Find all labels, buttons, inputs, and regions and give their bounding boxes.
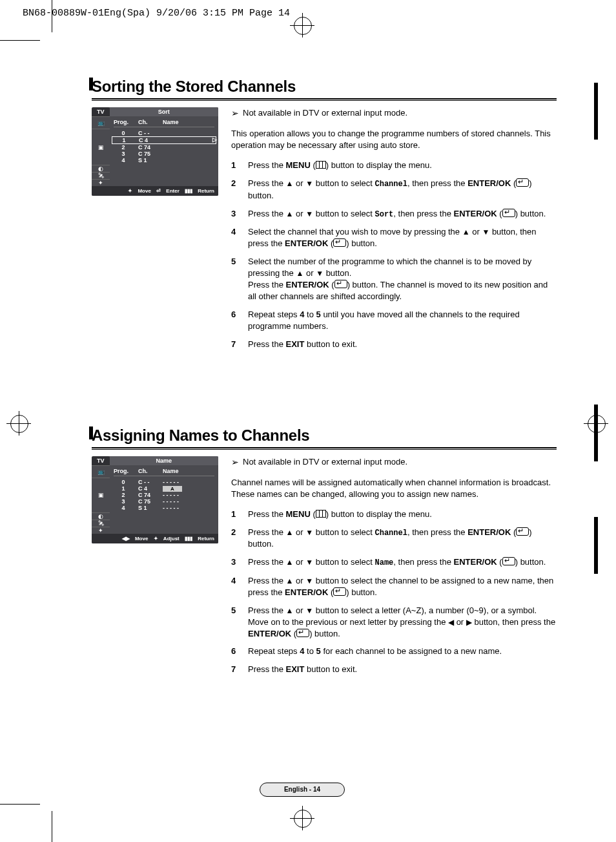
edge-mark-icon [594, 83, 598, 140]
registration-mark-icon [294, 17, 312, 35]
registration-mark-icon [10, 415, 28, 433]
steps-list: 1Press the MENU () button to display the… [231, 509, 557, 676]
osd-row: 0C - - [114, 130, 214, 136]
osd-sound-icon: ◐ [92, 165, 110, 172]
section-title: Assigning Names to Channels [92, 426, 557, 445]
section-title: Sorting the Stored Channels [92, 78, 557, 96]
osd-picture-icon: ▣ [92, 478, 110, 512]
osd-headers: Prog. Ch. Name [114, 467, 214, 476]
step: 2Press the ▲ or ▼ button to select Chann… [231, 178, 557, 201]
osd-tab: TV [92, 456, 110, 465]
divider [92, 98, 557, 101]
osd-screenshot: TV Name 📺 Prog. Ch. Name [92, 456, 218, 682]
step: 4Select the channel that you wish to mov… [231, 226, 557, 249]
divider [92, 447, 557, 450]
intro-text: Channel names will be assigned automatic… [231, 477, 557, 500]
intro-text: This operation allows you to change the … [231, 128, 557, 151]
osd-input-icon: 📺 [92, 116, 110, 129]
osd-row: 4S 1 [114, 157, 214, 163]
enter-icon [334, 280, 347, 288]
step: 6Repeat steps 4 to 5 for each channel to… [231, 646, 557, 657]
menu-icon [316, 510, 326, 518]
osd-title: Name [110, 456, 218, 465]
osd-row: 3C 75- - - - - [114, 498, 214, 505]
osd-row: 3C 75 [114, 151, 214, 157]
step: 4Press the ▲ or ▼ button to select the c… [231, 575, 557, 598]
enter-icon [333, 238, 346, 247]
step: 6Repeat steps 4 to 5 until you have move… [231, 309, 557, 332]
osd-sound-icon: ◐ [92, 512, 110, 520]
title-accent-icon [89, 78, 93, 90]
menu-icon [316, 161, 326, 169]
enter-icon [516, 527, 529, 536]
step: 1Press the MENU () button to display the… [231, 509, 557, 520]
osd-row: 0C - -- - - - - [114, 479, 214, 485]
enter-icon [502, 209, 515, 217]
step: 2Press the ▲ or ▼ button to select Chann… [231, 527, 557, 550]
chevron-right-icon: ➢ [231, 456, 239, 468]
enter-icon [296, 629, 309, 637]
osd-headers: Prog. Ch. Name [114, 118, 214, 127]
osd-row: 1C 4A [114, 485, 214, 492]
step: 3Press the ▲ or ▼ button to select Name,… [231, 556, 557, 569]
step: 1Press the MENU () button to display the… [231, 160, 557, 171]
osd-channel-icon: 🛰 [92, 172, 110, 179]
osd-picture-icon: ▣ [92, 129, 110, 165]
steps-list: 1Press the MENU () button to display the… [231, 160, 557, 350]
step: 7Press the EXIT button to exit. [231, 664, 557, 675]
osd-footer: ◀▶ Move ✦ Adjust ▮▮▮ Return [92, 534, 218, 543]
crop-mark-icon [52, 811, 52, 842]
step: 5Select the number of the programme to w… [231, 256, 557, 302]
crop-mark-icon [0, 804, 40, 805]
enter-icon [502, 557, 515, 565]
osd-footer: ✦ Move ⏎ Enter ▮▮▮ Return [92, 186, 218, 196]
osd-channel-icon: 🛰 [92, 520, 110, 527]
osd-title: Sort [110, 107, 218, 116]
osd-tab: TV [92, 107, 110, 116]
osd-setup-icon: ✦ [92, 527, 110, 534]
step: 7Press the EXIT button to exit. [231, 339, 557, 350]
osd-row: 1C 4 [112, 136, 216, 144]
osd-row: 4S 1- - - - - [114, 505, 214, 511]
note: ➢Not available in DTV or external input … [231, 456, 557, 468]
crop-mark-icon [0, 40, 40, 41]
print-header: BN68-00889W-01Eng(Spa) 9/20/06 3:15 PM P… [23, 8, 290, 19]
page-footer: English - 14 [260, 783, 345, 797]
osd-screenshot: TV Sort 📺 Prog. Ch. Name [92, 107, 218, 357]
registration-mark-icon [294, 810, 312, 828]
osd-input-icon: 📺 [92, 465, 110, 478]
osd-setup-icon: ✦ [92, 179, 110, 186]
osd-row: 2C 74- - - - - [114, 492, 214, 498]
enter-icon [516, 178, 529, 187]
edge-mark-icon [594, 517, 598, 574]
osd-row: 2C 74 [114, 144, 214, 151]
title-accent-icon [89, 426, 93, 439]
step: 5Press the ▲ or ▼ button to select a let… [231, 605, 557, 640]
chevron-right-icon: ➢ [231, 107, 239, 120]
enter-icon [333, 587, 346, 596]
step: 3Press the ▲ or ▼ button to select Sort,… [231, 208, 557, 220]
note: ➢Not available in DTV or external input … [231, 107, 557, 120]
edge-mark-icon [594, 405, 598, 461]
crop-mark-icon [52, 0, 52, 32]
